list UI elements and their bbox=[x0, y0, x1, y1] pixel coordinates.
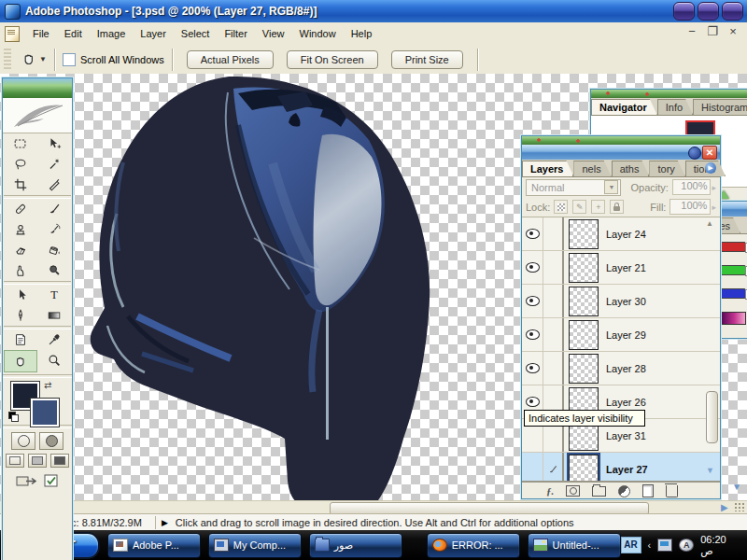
move-tool[interactable] bbox=[37, 133, 71, 154]
antivirus-tray-icon[interactable]: A bbox=[679, 539, 694, 552]
new-layer-button[interactable] bbox=[642, 484, 654, 497]
tab-navigator[interactable]: Navigator bbox=[591, 99, 657, 115]
lock-paint-icon[interactable]: ✎ bbox=[572, 200, 586, 214]
layer-visibility-toggle[interactable] bbox=[522, 352, 543, 385]
scroll-right-arrow[interactable]: ▶ bbox=[721, 501, 728, 514]
menu-image[interactable]: Image bbox=[90, 24, 134, 43]
close-button[interactable] bbox=[722, 2, 743, 21]
hand-tool[interactable] bbox=[4, 350, 37, 372]
tab-layers[interactable]: Layers bbox=[522, 161, 573, 176]
tab-histogram[interactable]: Histogram bbox=[693, 99, 747, 115]
layers-scrollbar[interactable]: ▲ ▼ bbox=[705, 217, 718, 481]
adjustment-layer-button[interactable] bbox=[618, 485, 630, 497]
doc-minimize-button[interactable]: − bbox=[685, 25, 698, 37]
opacity-value[interactable]: 100% bbox=[672, 179, 712, 195]
layer-visibility-toggle[interactable] bbox=[522, 453, 543, 481]
fit-on-screen-button[interactable]: Fit On Screen bbox=[287, 50, 378, 69]
history-brush-tool[interactable] bbox=[37, 219, 71, 240]
gradient-tool[interactable] bbox=[37, 305, 71, 326]
blend-mode-select[interactable]: Normal▼ bbox=[526, 179, 621, 196]
background-color-swatch[interactable] bbox=[31, 399, 59, 427]
title-bar[interactable]: Adobe Photoshop - [3.psd @ 200% (Layer 2… bbox=[0, 0, 747, 22]
language-indicator[interactable]: AR bbox=[621, 537, 641, 553]
layer-row[interactable]: Layer 28 bbox=[522, 352, 720, 385]
actual-pixels-button[interactable]: Actual Pixels bbox=[187, 50, 274, 69]
scroll-all-windows-checkbox[interactable] bbox=[63, 53, 76, 66]
layer-link-cell[interactable] bbox=[543, 217, 564, 250]
menu-edit[interactable]: Edit bbox=[57, 24, 90, 43]
taskbar-button-my-computer[interactable]: My Comp... bbox=[208, 533, 302, 558]
check-annotation-button[interactable] bbox=[43, 473, 60, 490]
smudge-tool[interactable] bbox=[4, 260, 37, 281]
paint-bucket-tool[interactable] bbox=[37, 240, 71, 260]
quick-mask-mode-button[interactable] bbox=[39, 432, 63, 450]
delete-layer-button[interactable] bbox=[666, 485, 678, 497]
scroll-down-arrow[interactable]: ▼ bbox=[706, 466, 714, 475]
rectangular-marquee-tool[interactable] bbox=[4, 133, 37, 154]
layer-thumbnail[interactable] bbox=[569, 455, 599, 482]
layer-row[interactable]: Layer 30 bbox=[522, 285, 720, 318]
layer-link-cell[interactable] bbox=[543, 285, 564, 317]
tab-paths-partial[interactable]: aths bbox=[612, 161, 650, 176]
eraser-tool[interactable] bbox=[4, 240, 37, 260]
layer-style-button[interactable]: ƒ. bbox=[546, 486, 554, 497]
layer-visibility-toggle[interactable] bbox=[522, 217, 543, 250]
menu-layer[interactable]: Layer bbox=[133, 24, 174, 43]
taskbar-button-folder[interactable]: صور bbox=[309, 533, 402, 558]
menu-file[interactable]: File bbox=[25, 24, 57, 43]
document-icon[interactable] bbox=[5, 26, 20, 42]
doc-close-button[interactable]: × bbox=[726, 25, 740, 37]
pen-tool[interactable] bbox=[4, 305, 37, 326]
options-bar-grip[interactable] bbox=[4, 49, 11, 71]
taskbar-button-untitled-image[interactable]: Untitled-... bbox=[528, 533, 621, 558]
jump-to-imageready-button[interactable] bbox=[15, 473, 39, 490]
zoom-tool[interactable] bbox=[37, 350, 71, 371]
palette-minimize-button[interactable] bbox=[688, 147, 701, 160]
palette-close-button[interactable]: ✕ bbox=[702, 146, 717, 160]
slice-tool[interactable] bbox=[37, 175, 71, 195]
taskbar-button-browser[interactable]: ERROR: ... bbox=[427, 533, 520, 558]
crop-tool[interactable] bbox=[4, 175, 37, 195]
scroll-up-arrow[interactable]: ▲ bbox=[706, 219, 713, 228]
lasso-tool[interactable] bbox=[4, 154, 37, 175]
layer-row[interactable]: Layer 21 bbox=[522, 251, 720, 285]
network-tray-icon[interactable] bbox=[657, 539, 672, 552]
restore-button[interactable] bbox=[698, 2, 719, 21]
clone-stamp-tool[interactable] bbox=[4, 219, 37, 240]
type-tool[interactable]: T bbox=[37, 285, 71, 305]
tab-channels-partial[interactable]: nels bbox=[573, 161, 611, 176]
fill-value[interactable]: 100% bbox=[669, 199, 711, 215]
layers-title-grass[interactable] bbox=[522, 136, 720, 145]
layer-link-cell[interactable] bbox=[543, 352, 564, 385]
menu-help[interactable]: Help bbox=[344, 24, 380, 43]
notes-tool[interactable] bbox=[4, 329, 37, 350]
print-size-button[interactable]: Print Size bbox=[391, 50, 463, 69]
fill-spinner[interactable]: ▸ bbox=[712, 203, 716, 212]
window-resize-grip[interactable] bbox=[734, 502, 745, 511]
layer-row-selected[interactable]: Layer 27 bbox=[522, 453, 720, 481]
lock-position-icon[interactable]: + bbox=[591, 200, 605, 214]
tab-info[interactable]: Info bbox=[657, 99, 693, 115]
navigator-title-bar[interactable] bbox=[591, 90, 747, 98]
layer-visibility-toggle[interactable] bbox=[522, 251, 543, 284]
eyedropper-tool[interactable] bbox=[37, 329, 71, 350]
doc-restore-button[interactable]: ❐ bbox=[706, 25, 719, 37]
layer-link-cell[interactable] bbox=[543, 318, 564, 351]
layer-thumbnail[interactable] bbox=[569, 354, 599, 384]
layers-scrollbar-thumb[interactable] bbox=[706, 391, 718, 443]
standard-mode-button[interactable] bbox=[11, 432, 35, 450]
layers-title-bar[interactable]: ✕ bbox=[522, 145, 720, 160]
dodge-tool[interactable] bbox=[37, 260, 71, 281]
layer-visibility-toggle[interactable] bbox=[522, 285, 543, 317]
taskbar-button-photoshop[interactable]: Adobe P... bbox=[107, 533, 201, 558]
tray-expand-chevron[interactable]: ‹ bbox=[648, 539, 652, 551]
tool-preset-dropdown[interactable]: ▼ bbox=[39, 55, 47, 63]
tab-history-partial[interactable]: tory bbox=[649, 161, 684, 176]
path-selection-tool[interactable] bbox=[4, 285, 37, 305]
menu-select[interactable]: Select bbox=[174, 24, 218, 43]
brush-tool[interactable] bbox=[37, 199, 71, 219]
menu-view[interactable]: View bbox=[255, 24, 292, 43]
lock-all-icon[interactable] bbox=[610, 200, 624, 214]
layer-thumbnail[interactable] bbox=[569, 287, 599, 316]
fullscreen-menubar-mode-button[interactable] bbox=[28, 454, 47, 468]
